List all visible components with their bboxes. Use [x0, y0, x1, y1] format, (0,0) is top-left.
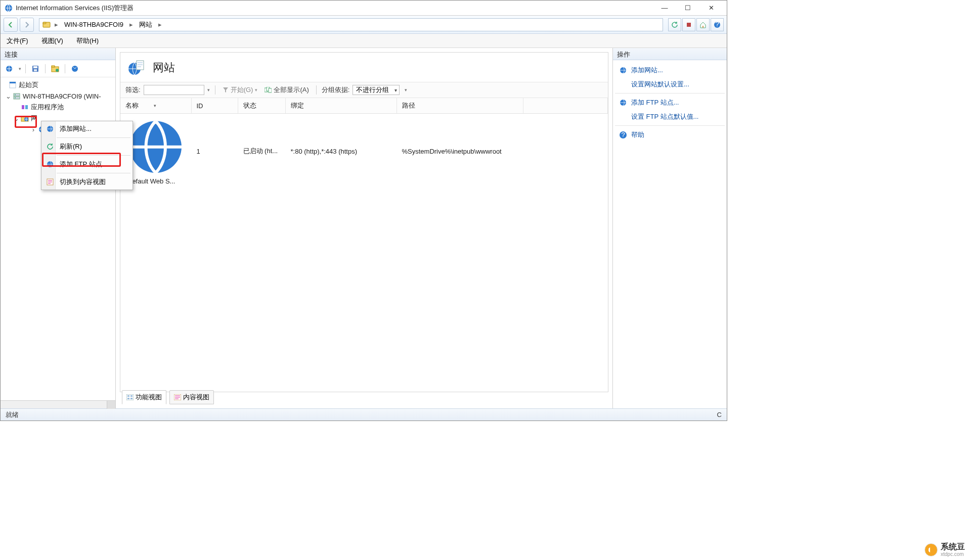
content-view-icon: [174, 394, 181, 400]
home-button[interactable]: [696, 18, 710, 31]
tree-expand-icon[interactable]: ›: [30, 126, 37, 133]
tree-collapse-icon[interactable]: ⌄: [5, 92, 12, 100]
svg-text:?: ?: [715, 21, 719, 28]
filter-separator: [215, 85, 215, 95]
filter-start-button[interactable]: 开始(G) ▾: [221, 84, 260, 96]
svg-rect-17: [14, 97, 20, 99]
svg-rect-2: [43, 22, 46, 24]
connect-icon[interactable]: [4, 63, 15, 74]
maximize-button[interactable]: ☐: [676, 1, 699, 15]
help-dropdown-button[interactable]: ?: [711, 18, 724, 31]
group-view-dropdown-icon[interactable]: ▾: [405, 87, 407, 92]
col-name[interactable]: 名称: [120, 98, 191, 114]
grid-header-row: 名称 ID 状态 绑定 路径: [120, 98, 608, 114]
ctx-refresh[interactable]: 刷新(R): [41, 139, 133, 154]
dropdown-chevron-icon[interactable]: ▾: [19, 66, 21, 71]
toolbar-separator: [65, 64, 65, 73]
connections-pane: 连接 ▾ 起始页 ⌄ WIN-8THBA9CFOI9 (W: [1, 48, 116, 408]
nav-back-button[interactable]: [4, 18, 18, 32]
help-icon: ?: [619, 131, 627, 139]
bc-sep-icon: ▸: [157, 21, 163, 28]
content-view-icon: [45, 178, 56, 186]
svg-rect-3: [687, 23, 691, 27]
connections-toolbar: ▾: [1, 60, 115, 77]
filter-show-all-button[interactable]: 全部显示(A): [262, 84, 311, 96]
menu-file[interactable]: 文件(F): [5, 34, 30, 48]
action-ftp-defaults[interactable]: 设置 FTP 站点默认值...: [615, 110, 725, 126]
ctx-separator: [57, 155, 130, 156]
sites-folder-icon: [21, 114, 29, 122]
tree-app-pools[interactable]: 应用程序池: [2, 102, 114, 113]
col-binding[interactable]: 绑定: [285, 98, 397, 114]
minimize-button[interactable]: —: [653, 1, 676, 15]
svg-rect-40: [175, 395, 180, 396]
actions-header: 操作: [613, 48, 727, 60]
svg-point-19: [15, 98, 16, 99]
menu-help[interactable]: 帮助(H): [74, 34, 101, 48]
stop-button[interactable]: [682, 18, 695, 31]
svg-rect-36: [130, 395, 133, 397]
svg-rect-29: [138, 66, 141, 67]
content-view-tab[interactable]: 内容视图: [169, 390, 214, 404]
action-site-defaults[interactable]: 设置网站默认设置...: [615, 77, 725, 94]
svg-rect-8: [33, 66, 37, 68]
globe-icon: [45, 160, 56, 168]
page-title: 网站: [153, 60, 175, 75]
start-page-icon: [9, 81, 17, 89]
col-path[interactable]: 路径: [397, 98, 523, 114]
globe-icon: [45, 125, 56, 133]
filter-dropdown-icon[interactable]: ▾: [207, 87, 210, 92]
svg-rect-41: [175, 397, 180, 398]
cell-status: 已启动 (ht...: [238, 114, 285, 189]
sites-grid[interactable]: 名称 ID 状态 绑定 路径: [120, 98, 608, 392]
breadcrumb-sites[interactable]: 网站: [137, 19, 154, 31]
close-button[interactable]: ✕: [699, 1, 723, 15]
ctx-separator: [57, 137, 130, 138]
table-row[interactable]: Default Web S... 1 已启动 (ht... *:80 (http…: [120, 114, 608, 189]
action-add-ftp[interactable]: 添加 FTP 站点...: [615, 96, 725, 110]
refresh-connections-icon[interactable]: [69, 63, 80, 74]
tree-app-pools-label: 应用程序池: [31, 103, 64, 112]
tree-sites-label: 网: [31, 114, 37, 123]
explore-icon[interactable]: [50, 63, 61, 74]
status-right: C: [717, 411, 722, 418]
status-ready: 就绪: [6, 410, 19, 419]
action-add-site[interactable]: 添加网站...: [615, 63, 725, 77]
svg-text:?: ?: [621, 131, 625, 138]
tree-horizontal-scrollbar[interactable]: [1, 400, 115, 408]
group-by-select[interactable]: 不进行分组: [353, 85, 400, 95]
menu-view[interactable]: 视图(V): [39, 34, 65, 48]
page-header: 网站: [120, 53, 608, 82]
features-view-tab[interactable]: 功能视图: [122, 390, 166, 404]
iis-app-icon: [5, 4, 13, 12]
watermark-main: 系统豆: [941, 542, 965, 551]
col-status[interactable]: 状态: [238, 98, 285, 114]
toolbar-separator: [45, 64, 46, 73]
filter-separator: [316, 85, 317, 95]
ctx-add-site[interactable]: 添加网站...: [41, 121, 133, 136]
col-spacer: [523, 98, 608, 114]
svg-point-12: [56, 69, 59, 72]
svg-rect-21: [25, 105, 28, 109]
ctx-add-ftp[interactable]: 添加 FTP 站点...: [41, 157, 133, 172]
save-icon[interactable]: [30, 63, 41, 74]
ctx-content-view[interactable]: 切换到内容视图: [41, 174, 133, 190]
tree-start-page-label: 起始页: [19, 80, 38, 89]
col-id[interactable]: ID: [191, 98, 238, 114]
action-help[interactable]: ? 帮助: [615, 128, 725, 142]
svg-rect-37: [127, 398, 129, 399]
svg-rect-20: [22, 105, 24, 109]
breadcrumb-field[interactable]: ▸ WIN-8THBA9CFOI9 ▸ 网站 ▸: [39, 18, 663, 31]
tree-server[interactable]: ⌄ WIN-8THBA9CFOI9 (WIN-: [2, 90, 114, 102]
bc-sep-icon: ▸: [54, 21, 59, 28]
main-area: 连接 ▾ 起始页 ⌄ WIN-8THBA9CFOI9 (W: [1, 48, 727, 408]
watermark: 系统豆 xtdpc.com: [925, 542, 965, 557]
refresh-address-button[interactable]: [668, 18, 681, 31]
tree-collapse-icon[interactable]: ⌄: [13, 115, 20, 122]
tree-start-page[interactable]: 起始页: [2, 79, 114, 90]
filter-input[interactable]: [144, 85, 204, 95]
nav-forward-button[interactable]: [20, 18, 34, 32]
svg-rect-34: [126, 394, 134, 400]
show-all-icon: [265, 87, 272, 93]
breadcrumb-server[interactable]: WIN-8THBA9CFOI9: [62, 19, 125, 30]
